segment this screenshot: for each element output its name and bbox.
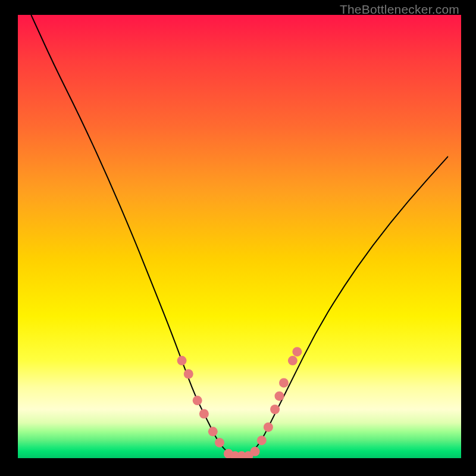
chart-plot-area [18, 15, 461, 458]
marker-dot [199, 409, 209, 419]
marker-dot [215, 438, 224, 447]
marker-dot [288, 356, 298, 365]
chart-svg [18, 15, 461, 458]
marker-dot [279, 378, 289, 387]
bottleneck-curve-path [31, 15, 447, 456]
marker-dot [264, 422, 273, 432]
marker-dot [177, 356, 187, 365]
marker-dots-group [177, 347, 302, 458]
marker-dot [208, 427, 218, 436]
marker-dot [275, 392, 284, 401]
marker-dot [292, 347, 302, 356]
marker-dot [184, 369, 193, 379]
marker-dot [250, 447, 260, 456]
marker-dot [257, 436, 267, 445]
watermark-text: TheBottlenecker.com [340, 2, 459, 17]
marker-dot [270, 405, 280, 414]
marker-dot [193, 396, 202, 405]
